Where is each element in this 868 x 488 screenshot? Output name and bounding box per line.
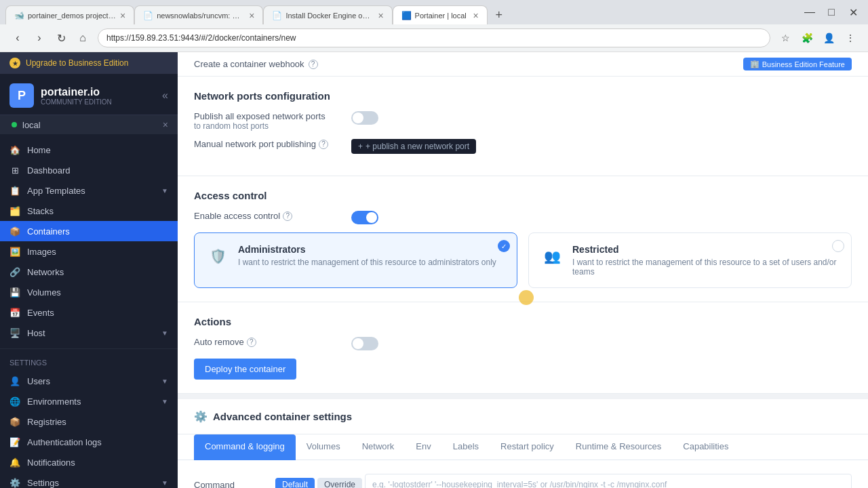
- publish-port-button[interactable]: + + publish a new network port: [351, 139, 476, 154]
- sidebar-item-events[interactable]: 📅 Events: [0, 302, 178, 323]
- host-chevron-icon: ▼: [161, 329, 168, 337]
- tab-portainer-local[interactable]: 🟦 Portainer | local ×: [393, 5, 488, 24]
- advanced-settings-panel: ⚙️ Advanced container settings Command &…: [178, 399, 868, 488]
- upgrade-banner[interactable]: ★ Upgrade to Business Edition: [0, 52, 178, 74]
- business-edition-button[interactable]: 🏢 Business Edition Feature: [743, 58, 852, 70]
- access-control-info-icon[interactable]: ?: [283, 211, 292, 221]
- access-control-title: Access control: [194, 190, 852, 201]
- administrators-card[interactable]: 🛡️ Administrators I want to restrict the…: [194, 232, 517, 288]
- tab-runcvm[interactable]: 📄 newsnowlabs/runcvm: RunCVM... ×: [134, 5, 263, 24]
- sidebar-item-stacks[interactable]: 🗂️ Stacks: [0, 201, 178, 221]
- sidebar-item-auth-logs[interactable]: 📝 Authentication logs: [0, 432, 178, 452]
- sidebar-item-containers-label: Containers: [27, 226, 168, 237]
- browser-tabs: 🐋 portainer_demos project - Digi... × 📄 …: [0, 0, 868, 24]
- publish-btn-label: + publish a new network port: [366, 142, 469, 151]
- plus-icon: +: [358, 142, 363, 151]
- publish-all-toggle[interactable]: [351, 111, 378, 125]
- sidebar-item-settings[interactable]: ⚙️ Settings ▼: [0, 472, 178, 488]
- local-close-icon[interactable]: ×: [163, 119, 168, 130]
- sidebar-item-app-templates[interactable]: 📋 App Templates ▼: [0, 180, 178, 201]
- images-icon: 🖼️: [9, 246, 20, 257]
- manual-ports-info-icon[interactable]: ?: [319, 140, 328, 149]
- profile-button[interactable]: 👤: [819, 28, 838, 47]
- auth-logs-icon: 📝: [9, 436, 20, 447]
- sidebar-item-environments[interactable]: 🌐 Environments ▼: [0, 391, 178, 411]
- sidebar-collapse-button[interactable]: «: [162, 89, 168, 102]
- command-input[interactable]: [365, 474, 852, 488]
- tab-close-3[interactable]: ×: [378, 10, 383, 21]
- sidebar-item-host[interactable]: 🖥️ Host ▼: [0, 323, 178, 343]
- tab-network[interactable]: Network: [351, 434, 406, 460]
- tab-portainer-demos[interactable]: 🐋 portainer_demos project - Digi... ×: [5, 5, 134, 24]
- tab-close-4[interactable]: ×: [473, 10, 478, 21]
- publish-sublabel: to random host ports: [194, 121, 343, 131]
- tab-favicon-4: 🟦: [401, 11, 411, 20]
- back-button[interactable]: ‹: [8, 28, 27, 47]
- tab-docker-install[interactable]: 📄 Install Docker Engine on Ubun... ×: [263, 5, 392, 24]
- auto-remove-toggle[interactable]: [351, 337, 378, 350]
- sidebar-item-registries[interactable]: 📦 Registries: [0, 411, 178, 432]
- address-input[interactable]: [98, 28, 770, 47]
- tab-close-1[interactable]: ×: [120, 10, 125, 21]
- deploy-button[interactable]: Deploy the container: [194, 359, 296, 380]
- sidebar-item-notifications-label: Notifications: [27, 458, 168, 468]
- tab-runtime-resources[interactable]: Runtime & Resources: [565, 434, 672, 460]
- sidebar-item-containers[interactable]: 📦 Containers: [0, 221, 178, 241]
- tab-command-logging[interactable]: Command & logging: [194, 434, 296, 460]
- auto-remove-label: Auto remove ?: [194, 337, 343, 347]
- restricted-card[interactable]: 👥 Restricted I want to restrict the mana…: [528, 232, 852, 288]
- sidebar-item-volumes-label: Volumes: [27, 287, 168, 298]
- minimize-button[interactable]: —: [800, 3, 819, 22]
- enable-access-row: Enable access control ?: [194, 211, 852, 224]
- tab-labels[interactable]: Labels: [442, 434, 490, 460]
- sidebar-item-registries-label: Registries: [27, 417, 168, 427]
- settings-nav: Settings 👤 Users ▼ 🌐 Environments ▼ 📦 Re…: [0, 348, 178, 488]
- new-tab-button[interactable]: +: [488, 5, 509, 24]
- bookmark-button[interactable]: ☆: [776, 28, 795, 47]
- app-templates-chevron-icon: ▼: [161, 187, 168, 195]
- webhook-info-icon[interactable]: ?: [309, 60, 318, 69]
- tab-env[interactable]: Env: [405, 434, 441, 460]
- sidebar-item-images[interactable]: 🖼️ Images: [0, 241, 178, 262]
- extensions-button[interactable]: 🧩: [797, 28, 816, 47]
- tab-restart-policy[interactable]: Restart policy: [490, 434, 565, 460]
- advanced-tabs: Command & logging Volumes Network Env La…: [178, 434, 868, 460]
- access-cards-container: 🛡️ Administrators I want to restrict the…: [194, 232, 852, 288]
- access-toggle-thumb: [366, 212, 377, 223]
- stacks-icon: 🗂️: [9, 205, 20, 216]
- command-override-button[interactable]: Override: [317, 478, 362, 488]
- sidebar-item-volumes[interactable]: 💾 Volumes: [0, 282, 178, 302]
- forward-button[interactable]: ›: [30, 28, 49, 47]
- main-content: Create a container webhook ? 🏢 Business …: [178, 52, 868, 488]
- tab-capabilities[interactable]: Capabilities: [672, 434, 739, 460]
- tab-favicon-1: 🐋: [14, 11, 24, 20]
- access-control-toggle[interactable]: [351, 211, 378, 224]
- settings-dots-button[interactable]: ⋮: [841, 28, 860, 47]
- sidebar-item-notifications[interactable]: 🔔 Notifications: [0, 452, 178, 472]
- tab-label-1: portainer_demos project - Digi...: [28, 12, 116, 20]
- sidebar-item-dashboard[interactable]: ⊞ Dashboard: [0, 160, 178, 180]
- sidebar-item-users[interactable]: 👤 Users ▼: [0, 371, 178, 391]
- environments-icon: 🌐: [9, 396, 20, 407]
- sidebar-item-auth-logs-label: Authentication logs: [27, 437, 168, 447]
- sidebar: ★ Upgrade to Business Edition P portaine…: [0, 52, 178, 488]
- tab-close-2[interactable]: ×: [249, 10, 254, 21]
- reload-button[interactable]: ↻: [52, 28, 71, 47]
- toggle-thumb: [353, 113, 363, 123]
- sidebar-item-images-label: Images: [27, 247, 168, 257]
- local-environment-item[interactable]: local ×: [0, 115, 178, 134]
- sidebar-item-users-label: Users: [27, 376, 155, 386]
- local-environment-label: local: [22, 120, 157, 130]
- sidebar-item-networks[interactable]: 🔗 Networks: [0, 262, 178, 282]
- auto-remove-info-icon[interactable]: ?: [247, 338, 256, 347]
- command-default-button[interactable]: Default: [275, 478, 315, 488]
- close-window-button[interactable]: ✕: [844, 3, 863, 22]
- home-button[interactable]: ⌂: [73, 28, 92, 47]
- tab-volumes[interactable]: Volumes: [296, 434, 351, 460]
- administrators-check-icon: ✓: [498, 240, 510, 252]
- sidebar-item-events-label: Events: [27, 308, 168, 318]
- sidebar-logo: P portainer.io COMMUNITY EDITION «: [0, 74, 178, 115]
- sidebar-item-home[interactable]: 🏠 Home: [0, 140, 178, 160]
- restore-button[interactable]: □: [822, 3, 841, 22]
- restricted-card-desc: I want to restrict the management of thi…: [572, 258, 840, 277]
